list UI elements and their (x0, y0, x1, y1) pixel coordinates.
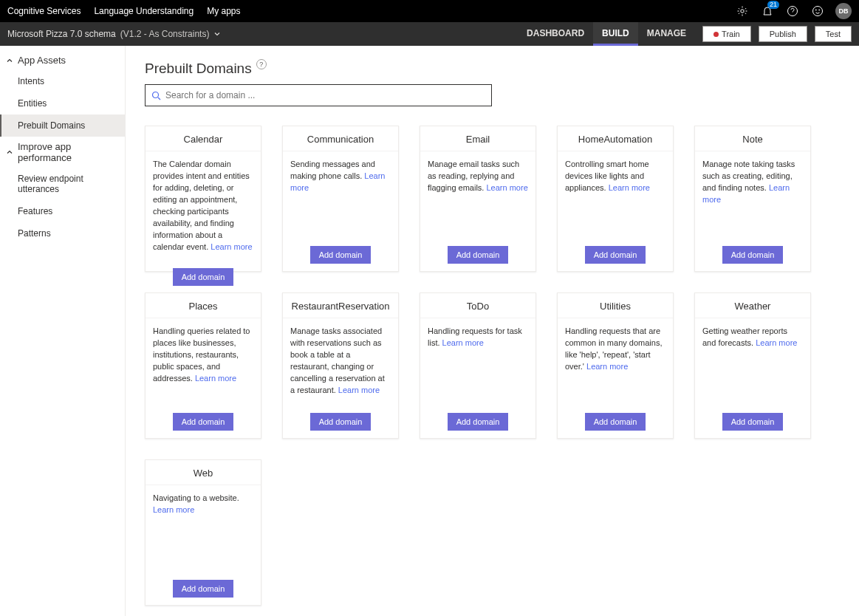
domain-card-footer: Add domain (695, 405, 810, 438)
domain-card-footer: Add domain (420, 405, 535, 438)
chevron-up-icon (6, 57, 13, 64)
svg-point-4 (819, 10, 820, 10)
feedback-icon[interactable] (810, 4, 825, 18)
domain-card: HomeAutomationControlling smart home dev… (557, 126, 674, 272)
learn-more-link[interactable]: Learn more (290, 171, 385, 192)
svg-point-3 (815, 10, 816, 10)
domain-card-title: HomeAutomation (558, 126, 673, 151)
sidebar-item-review-utterances[interactable]: Review endpoint utterances (0, 168, 125, 200)
domain-card-footer: Add domain (146, 405, 261, 438)
add-domain-button[interactable]: Add domain (585, 246, 646, 264)
domain-card-footer: Add domain (558, 405, 673, 438)
topbar: Cognitive Services Language Understandin… (0, 0, 859, 22)
breadcrumb-language-understanding[interactable]: Language Understanding (94, 6, 194, 16)
domain-card-footer: Add domain (283, 405, 398, 438)
domain-card-title: Web (146, 460, 261, 485)
domain-card-footer: Add domain (146, 261, 261, 293)
domain-card-footer: Add domain (146, 572, 261, 605)
add-domain-button[interactable]: Add domain (448, 246, 509, 264)
add-domain-button[interactable]: Add domain (173, 580, 234, 598)
sidebar-item-entities[interactable]: Entities (0, 92, 125, 114)
tab-dashboard[interactable]: DASHBOARD (518, 22, 593, 46)
domain-card-description: The Calendar domain provides intent and … (146, 151, 261, 261)
learn-more-link[interactable]: Learn more (756, 338, 797, 347)
domain-card-description: Manage email tasks such as reading, repl… (420, 151, 535, 239)
add-domain-button[interactable]: Add domain (585, 413, 646, 431)
domain-card-title: Communication (283, 126, 398, 151)
domain-card-description: Manage tasks associated with reservation… (283, 318, 398, 405)
domain-card: NoteManage note taking tasks such as cre… (694, 126, 811, 272)
learn-more-link[interactable]: Learn more (702, 183, 790, 204)
add-domain-button[interactable]: Add domain (310, 246, 372, 264)
domain-card-description: Navigating to a website. Learn more (146, 485, 261, 572)
svg-point-0 (741, 10, 744, 13)
learn-more-link[interactable]: Learn more (609, 183, 650, 192)
domain-card-description: Handling queries related to places like … (146, 318, 261, 405)
learn-more-link[interactable]: Learn more (442, 338, 484, 347)
domain-card: UtilitiesHandling requests that are comm… (557, 292, 674, 439)
domain-card: PlacesHandling queries related to places… (145, 292, 261, 439)
domain-card-title: ToDo (420, 293, 535, 318)
add-domain-button[interactable]: Add domain (448, 413, 509, 431)
domain-card-description: Handling requests for task list. Learn m… (420, 318, 535, 405)
domain-card-footer: Add domain (558, 239, 673, 271)
learn-more-link[interactable]: Learn more (195, 374, 236, 383)
chevron-up-icon (6, 148, 13, 156)
avatar[interactable]: DB (835, 3, 852, 19)
domain-card: WeatherGetting weather reports and forec… (694, 292, 811, 439)
train-button[interactable]: Train (702, 26, 751, 42)
domain-card-title: Places (146, 293, 261, 318)
domain-card-title: Note (695, 126, 810, 151)
subheader-right: DASHBOARD BUILD MANAGE Train Publish Tes… (518, 22, 852, 46)
breadcrumb-cognitive-services[interactable]: Cognitive Services (7, 6, 81, 16)
topbar-right: 21 DB (735, 3, 852, 19)
search-input[interactable] (165, 90, 485, 100)
domain-card: ToDoHandling requests for task list. Lea… (420, 292, 536, 439)
add-domain-button[interactable]: Add domain (173, 413, 234, 431)
domain-card-description: Getting weather reports and forecasts. L… (695, 318, 810, 405)
tab-manage[interactable]: MANAGE (638, 22, 695, 46)
learn-more-link[interactable]: Learn more (338, 386, 380, 394)
top-tabs: DASHBOARD BUILD MANAGE (518, 22, 695, 46)
learn-more-link[interactable]: Learn more (211, 242, 252, 251)
domain-card-description: Manage note taking tasks such as creatin… (695, 151, 810, 239)
breadcrumb-my-apps[interactable]: My apps (207, 6, 240, 16)
page-help-icon[interactable]: ? (256, 59, 267, 69)
topbar-links: Cognitive Services Language Understandin… (7, 6, 241, 16)
notification-badge: 21 (767, 1, 779, 9)
sidebar-group-app-assets[interactable]: App Assets (0, 50, 125, 70)
chevron-down-icon (213, 30, 221, 38)
domain-card-description: Handling requests that are common in man… (558, 318, 673, 405)
add-domain-button[interactable]: Add domain (310, 413, 372, 431)
sidebar-item-intents[interactable]: Intents (0, 70, 125, 92)
add-domain-button[interactable]: Add domain (722, 413, 784, 431)
learn-more-link[interactable]: Learn more (487, 183, 528, 192)
sidebar-item-prebuilt-domains[interactable]: Prebuilt Domains (0, 114, 125, 137)
settings-icon[interactable] (735, 4, 750, 18)
sidebar-group-label: Improve app performance (18, 141, 117, 163)
train-label: Train (722, 30, 740, 38)
domain-card-description: Controlling smart home devices like ligh… (558, 151, 673, 239)
sidebar-item-patterns[interactable]: Patterns (0, 222, 125, 244)
svg-point-2 (813, 7, 823, 16)
add-domain-button[interactable]: Add domain (173, 268, 234, 286)
domain-card-footer: Add domain (420, 239, 535, 271)
sidebar: App Assets Intents Entities Prebuilt Dom… (0, 46, 126, 616)
learn-more-link[interactable]: Learn more (586, 362, 628, 371)
add-domain-button[interactable]: Add domain (722, 246, 784, 264)
notifications-icon[interactable]: 21 (760, 4, 775, 18)
content: Prebuilt Domains ? CalendarThe Calendar … (126, 46, 859, 616)
domain-card-title: Utilities (558, 293, 673, 318)
test-button[interactable]: Test (815, 26, 852, 42)
domain-card: CommunicationSending messages and making… (282, 126, 399, 272)
search-box[interactable] (145, 84, 492, 106)
train-status-dot (713, 32, 719, 37)
main: App Assets Intents Entities Prebuilt Dom… (0, 46, 859, 616)
sidebar-item-features[interactable]: Features (0, 200, 125, 222)
app-switcher[interactable]: Microsoft Pizza 7.0 schema (V1.2 - As Co… (7, 29, 221, 39)
help-icon[interactable] (785, 4, 800, 18)
sidebar-group-improve[interactable]: Improve app performance (0, 137, 125, 168)
publish-button[interactable]: Publish (759, 26, 807, 42)
tab-build[interactable]: BUILD (593, 22, 638, 46)
learn-more-link[interactable]: Learn more (153, 505, 194, 514)
